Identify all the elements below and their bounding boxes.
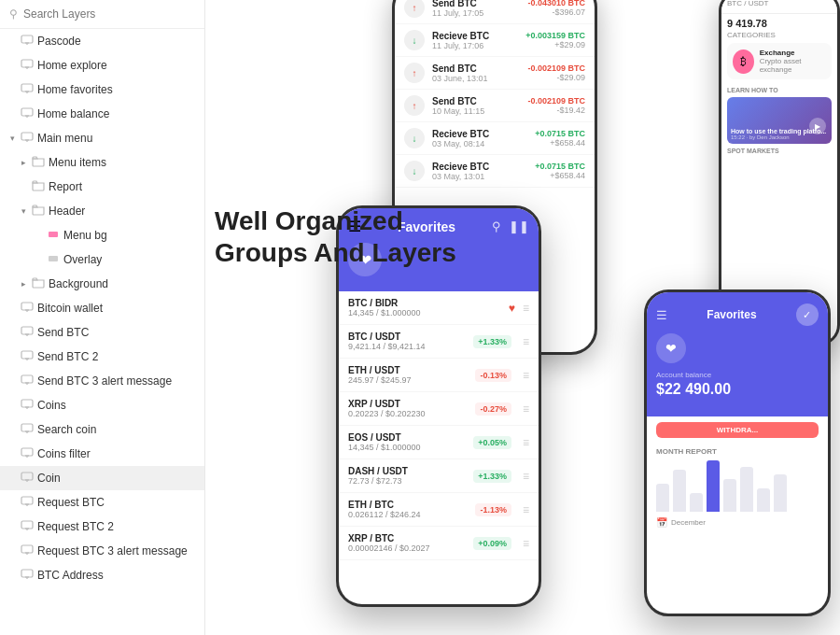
layer-item-home-explore[interactable]: Home explore — [0, 53, 204, 78]
coin-menu-icon[interactable]: ≡ — [523, 436, 529, 449]
coin-info: BTC / USDT9,421.14 / $9,421.14 — [348, 332, 466, 351]
ph4-check-icon[interactable]: ✓ — [796, 303, 819, 326]
chart-bar — [774, 474, 787, 512]
ph2-category: ₿ Exchange Crypto asset exchange — [727, 43, 832, 79]
coin-change-badge: +0.05% — [473, 436, 511, 449]
ph4-withdraw-button[interactable]: WITHDRA... — [656, 422, 819, 438]
coin-menu-icon[interactable]: ≡ — [523, 537, 529, 550]
coin-change-badge: +1.33% — [473, 335, 511, 348]
search-input[interactable] — [23, 7, 195, 21]
ph4-balance-label: Account balance — [656, 371, 819, 379]
tx-info: Recieve BTC03 May, 13:01 — [432, 162, 527, 181]
coin-menu-icon[interactable]: ≡ — [523, 503, 529, 516]
layer-item-request-btc-2[interactable]: Request BTC 2 — [0, 515, 204, 539]
layer-label: Request BTC — [37, 496, 105, 509]
coin-pair: XRP / BTC — [348, 533, 466, 543]
sidebar: ⚲ PascodeHome exploreHome favoritesHome … — [0, 0, 205, 635]
layer-type-icon — [47, 228, 60, 244]
layer-item-btc-address[interactable]: BTC Address — [0, 563, 204, 587]
layer-item-send-btc[interactable]: Send BTC — [0, 320, 204, 345]
spot-label: SPOT MARKETS — [721, 144, 837, 156]
layer-label: Home favorites — [37, 83, 113, 96]
ph4-heart-icon[interactable]: ❤ — [656, 333, 686, 363]
svg-rect-41 — [21, 497, 33, 504]
layer-item-bitcoin-wallet[interactable]: Bitcoin wallet — [0, 296, 204, 320]
tx-info: Send BTC10 May, 11:15 — [432, 96, 520, 116]
coin-info: BTC / BIDR14,345 / $1.000000 — [348, 298, 501, 318]
layer-item-main-menu[interactable]: ▾Main menu — [0, 126, 204, 150]
search-bar[interactable]: ⚲ — [0, 0, 204, 29]
play-button[interactable]: ▶ — [809, 118, 826, 134]
layer-item-home-favorites[interactable]: Home favorites — [0, 78, 204, 102]
layer-item-home-balance[interactable]: Home balance — [0, 102, 204, 126]
tx-usd: -$396.07 — [527, 7, 585, 17]
svg-rect-20 — [21, 327, 33, 334]
coin-row[interactable]: BTC / USDT9,421.14 / $9,421.14+1.33%≡ — [339, 325, 539, 359]
layer-item-overlay[interactable]: Overlay — [0, 247, 204, 272]
layer-type-icon — [21, 325, 34, 341]
tx-usd: +$658.44 — [535, 138, 585, 148]
coin-menu-icon[interactable]: ≡ — [523, 402, 529, 416]
coin-menu-icon[interactable]: ≡ — [523, 302, 529, 315]
layer-item-coins[interactable]: Coins — [0, 393, 204, 417]
layer-item-header[interactable]: ▾Header — [0, 199, 204, 223]
chevron-icon — [7, 425, 17, 434]
coin-menu-icon[interactable]: ≡ — [523, 335, 529, 348]
coin-heart-icon[interactable]: ♥ — [509, 302, 515, 315]
ph4-menu-icon[interactable]: ☰ — [656, 308, 667, 322]
layer-item-menu-items[interactable]: ▸Menu items — [0, 150, 204, 175]
svg-rect-9 — [21, 108, 33, 116]
ph2-balance: 9 419.78 — [721, 14, 837, 31]
coin-pair: ETH / USDT — [348, 365, 468, 375]
chevron-icon — [34, 255, 43, 264]
tx-date: 03 May, 13:01 — [432, 172, 527, 181]
coin-row[interactable]: EOS / USDT14,345 / $1.000000+0.05%≡ — [339, 426, 539, 459]
tx-info: Recieve BTC03 May, 08:14 — [432, 129, 527, 148]
ph4-month-report-label: MONTH REPORT — [647, 444, 828, 459]
tx-btc: -0.043010 BTC — [527, 0, 585, 7]
chevron-icon — [7, 522, 17, 531]
coin-row[interactable]: XRP / BTC0.00002146 / $0.2027+0.09%≡ — [339, 527, 539, 560]
layer-item-send-btc-3-alert-message[interactable]: Send BTC 3 alert message — [0, 369, 204, 393]
coin-info: XRP / BTC0.00002146 / $0.2027 — [348, 533, 466, 553]
tx-amount: -0.002109 BTC-$19.42 — [527, 96, 585, 115]
coin-price: 14,345 / $1.000000 — [348, 308, 501, 318]
ph4-title: Favorites — [707, 308, 756, 321]
coin-row[interactable]: BTC / BIDR14,345 / $1.000000♥≡ — [339, 291, 539, 325]
layer-type-icon — [21, 543, 34, 559]
layer-item-coin[interactable]: Coin — [0, 466, 204, 490]
layer-item-request-btc-3-alert-message[interactable]: Request BTC 3 alert message — [0, 539, 204, 563]
coin-price: 72.73 / $72.73 — [348, 476, 466, 486]
transaction-row: ↑Send BTC10 May, 11:15-0.002109 BTC-$19.… — [395, 90, 595, 122]
layer-item-send-btc-2[interactable]: Send BTC 2 — [0, 345, 204, 369]
layer-item-menu-bg[interactable]: Menu bg — [0, 223, 204, 247]
transaction-row: ↓Recieve BTC11 July, 17:06+0.003159 BTC+… — [395, 24, 595, 57]
coin-menu-icon[interactable]: ≡ — [523, 369, 529, 382]
layer-item-search-coin[interactable]: Search coin — [0, 417, 204, 442]
ph3-grid-icon[interactable]: ❚❚ — [509, 219, 529, 233]
chevron-icon — [7, 303, 17, 313]
layer-label: Home explore — [37, 59, 107, 72]
tx-arrow-icon: ↓ — [404, 161, 425, 181]
coin-row[interactable]: XRP / USDT0.20223 / $0.202230-0.27%≡ — [339, 392, 539, 426]
cat-name: Exchange — [760, 49, 826, 57]
layer-label: Header — [49, 205, 85, 218]
chevron-icon — [7, 36, 17, 46]
coin-row[interactable]: DASH / USDT72.73 / $72.73+1.33%≡ — [339, 459, 539, 493]
tx-usd: -$29.09 — [527, 73, 585, 82]
chevron-icon — [7, 61, 17, 70]
layer-label: Pascode — [37, 35, 81, 48]
layer-item-report[interactable]: Report — [0, 175, 204, 199]
layer-item-pascode[interactable]: Pascode — [0, 29, 204, 53]
coin-menu-icon[interactable]: ≡ — [523, 470, 529, 483]
layer-item-background[interactable]: ▸Background — [0, 272, 204, 296]
layer-item-request-btc[interactable]: Request BTC — [0, 490, 204, 515]
ph3-search-icon[interactable]: ⚲ — [492, 219, 501, 233]
tx-usd: +$658.44 — [535, 171, 585, 180]
layer-item-coins-filter[interactable]: Coins filter — [0, 442, 204, 466]
tx-btc: -0.002109 BTC — [527, 64, 585, 73]
layer-list: PascodeHome exploreHome favoritesHome ba… — [0, 29, 204, 635]
coin-row[interactable]: ETH / USDT245.97 / $245.97-0.13%≡ — [339, 359, 539, 392]
coin-row[interactable]: ETH / BTC0.026112 / $246.24-1.13%≡ — [339, 493, 539, 527]
coin-pair: DASH / USDT — [348, 466, 466, 476]
